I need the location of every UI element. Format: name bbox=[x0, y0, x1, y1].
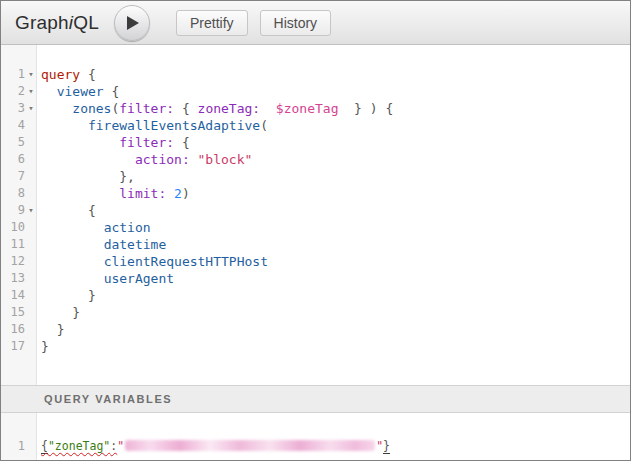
fold-gutter-spacer bbox=[25, 117, 37, 134]
line-content: }, bbox=[37, 168, 135, 185]
play-icon bbox=[124, 16, 139, 30]
history-button[interactable]: History bbox=[260, 10, 332, 36]
code-token bbox=[260, 101, 276, 116]
code-line[interactable]: 15 } bbox=[1, 304, 630, 321]
line-number: 10 bbox=[1, 219, 25, 236]
variables-editor[interactable]: 1 {"zoneTag":""} bbox=[1, 413, 630, 460]
line-content: } bbox=[37, 338, 49, 355]
code-line[interactable]: 12 clientRequestHTTPHost bbox=[1, 253, 630, 270]
code-line[interactable]: 3▾ zones(filter: { zoneTag: $zoneTag } )… bbox=[1, 100, 630, 117]
line-number: 9 bbox=[1, 202, 25, 219]
graphiql-logo: GraphiQL bbox=[15, 12, 99, 34]
code-token bbox=[41, 118, 88, 133]
fold-gutter-spacer bbox=[25, 270, 37, 287]
code-token bbox=[41, 84, 57, 99]
code-token: { bbox=[41, 203, 96, 218]
code-line[interactable]: 10 action bbox=[1, 219, 630, 236]
fold-gutter-spacer bbox=[25, 219, 37, 236]
code-token: { bbox=[174, 101, 197, 116]
fold-arrow-icon[interactable]: ▾ bbox=[25, 66, 37, 83]
graphiql-window: GraphiQL Prettify History 1▾query {2▾ vi… bbox=[0, 0, 631, 461]
fold-gutter-spacer bbox=[25, 185, 37, 202]
line-number: 1 bbox=[1, 438, 25, 455]
line-number: 4 bbox=[1, 117, 25, 134]
code-line[interactable]: 16 } bbox=[1, 321, 630, 338]
execute-button[interactable] bbox=[114, 5, 150, 41]
fold-gutter-spacer bbox=[25, 134, 37, 151]
code-token: 2 bbox=[174, 186, 182, 201]
line-number: 5 bbox=[1, 134, 25, 151]
code-token: } bbox=[41, 339, 49, 354]
code-token: firewallEventsAdaptive bbox=[88, 118, 260, 133]
prettify-button[interactable]: Prettify bbox=[176, 10, 248, 36]
line-content: userAgent bbox=[37, 270, 174, 287]
code-token: userAgent bbox=[104, 271, 174, 286]
line-number: 3 bbox=[1, 100, 25, 117]
code-token: $zoneTag bbox=[276, 101, 339, 116]
fold-arrow-icon[interactable]: ▾ bbox=[25, 100, 37, 117]
line-content: action bbox=[37, 219, 151, 236]
logo-text-pre: Graph bbox=[15, 12, 69, 33]
code-token: ( bbox=[260, 118, 268, 133]
code-token: "block" bbox=[198, 152, 253, 167]
code-line[interactable]: 2▾ viewer { bbox=[1, 83, 630, 100]
code-token bbox=[41, 271, 104, 286]
line-number: 13 bbox=[1, 270, 25, 287]
line-number: 14 bbox=[1, 287, 25, 304]
fold-gutter-spacer bbox=[25, 168, 37, 185]
code-line[interactable]: 8 limit: 2) bbox=[1, 185, 630, 202]
code-token bbox=[166, 186, 174, 201]
redacted-zone-tag-value bbox=[125, 440, 375, 451]
line-number: 6 bbox=[1, 151, 25, 168]
line-content: clientRequestHTTPHost bbox=[37, 253, 268, 270]
code-line[interactable]: 6 action: "block" bbox=[1, 151, 630, 168]
query-code-area[interactable]: 1▾query {2▾ viewer {3▾ zones(filter: { z… bbox=[1, 45, 630, 355]
code-token: ) bbox=[182, 186, 190, 201]
code-line[interactable]: 17} bbox=[1, 338, 630, 355]
topbar: GraphiQL Prettify History bbox=[1, 1, 630, 45]
code-token: "zoneTag" bbox=[48, 439, 110, 453]
code-token: { bbox=[174, 135, 190, 150]
fold-gutter-spacer bbox=[25, 321, 37, 338]
code-token bbox=[41, 220, 104, 235]
fold-arrow-icon[interactable]: ▾ bbox=[25, 83, 37, 100]
code-line[interactable]: 11 datetime bbox=[1, 236, 630, 253]
line-number: 16 bbox=[1, 321, 25, 338]
line-number: 15 bbox=[1, 304, 25, 321]
query-variables-header[interactable]: QUERY VARIABLES bbox=[1, 385, 630, 413]
code-token: { bbox=[80, 67, 96, 82]
lint-error-squiggle: {"zoneTag": bbox=[41, 439, 117, 454]
code-token bbox=[41, 186, 119, 201]
code-line[interactable]: 4 firewallEventsAdaptive( bbox=[1, 117, 630, 134]
line-content: { bbox=[37, 202, 96, 219]
code-token: }, bbox=[41, 169, 135, 184]
variables-line-content: {"zoneTag":""} bbox=[37, 438, 390, 455]
code-line[interactable]: 14 } bbox=[1, 287, 630, 304]
code-token bbox=[41, 101, 72, 116]
query-editor[interactable]: 1▾query {2▾ viewer {3▾ zones(filter: { z… bbox=[1, 45, 630, 385]
line-content: } bbox=[37, 304, 80, 321]
code-line[interactable]: 9▾ { bbox=[1, 202, 630, 219]
line-content: query { bbox=[37, 66, 96, 83]
fold-gutter-spacer bbox=[25, 253, 37, 270]
line-number: 11 bbox=[1, 236, 25, 253]
code-line[interactable]: 7 }, bbox=[1, 168, 630, 185]
line-content: } bbox=[37, 321, 64, 338]
code-token bbox=[41, 152, 135, 167]
variables-code-area[interactable]: 1 {"zoneTag":""} bbox=[1, 413, 630, 455]
code-line[interactable]: 5 filter: { bbox=[1, 134, 630, 151]
fold-gutter-spacer bbox=[25, 304, 37, 321]
code-line[interactable]: 1 {"zoneTag":""} bbox=[1, 438, 630, 455]
code-line[interactable]: 1▾query { bbox=[1, 66, 630, 83]
code-token: datetime bbox=[104, 237, 167, 252]
code-token: query bbox=[41, 67, 80, 82]
code-line[interactable]: 13 userAgent bbox=[1, 270, 630, 287]
query-variables-title: QUERY VARIABLES bbox=[44, 393, 172, 405]
code-token: } bbox=[41, 288, 96, 303]
line-number: 1 bbox=[1, 66, 25, 83]
code-token: " bbox=[117, 439, 124, 453]
line-content: } bbox=[37, 287, 96, 304]
fold-arrow-icon[interactable]: ▾ bbox=[25, 202, 37, 219]
line-content: firewallEventsAdaptive( bbox=[37, 117, 268, 134]
code-token: { bbox=[104, 84, 120, 99]
